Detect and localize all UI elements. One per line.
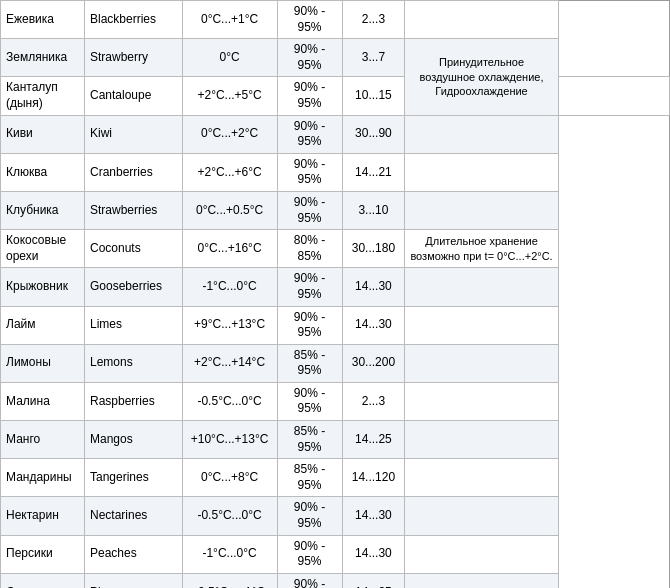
temperature: -0.5°C...+1°C bbox=[182, 573, 277, 588]
russian-name: Клюква bbox=[1, 153, 85, 191]
table-row: МангоMangos+10°C...+13°C85% - 95%14...25 bbox=[1, 421, 670, 459]
russian-name: Ежевика bbox=[1, 1, 85, 39]
temperature: 0°C...+0.5°C bbox=[182, 191, 277, 229]
storage-days: 2...3 bbox=[342, 382, 405, 420]
storage-days: 14...25 bbox=[342, 421, 405, 459]
humidity: 90% - 95% bbox=[277, 39, 342, 77]
english-name: Peaches bbox=[84, 535, 182, 573]
english-name: Kiwi bbox=[84, 115, 182, 153]
russian-name: Земляника bbox=[1, 39, 85, 77]
storage-days: 2...3 bbox=[342, 1, 405, 39]
storage-days: 14...35 bbox=[342, 573, 405, 588]
storage-notes bbox=[405, 153, 558, 191]
storage-days: 30...90 bbox=[342, 115, 405, 153]
table-row: ЗемляникаStrawberry0°C90% - 95%3...7Прин… bbox=[1, 39, 670, 77]
storage-notes bbox=[405, 573, 558, 588]
storage-days: 14...21 bbox=[342, 153, 405, 191]
russian-name: Киви bbox=[1, 115, 85, 153]
humidity: 90% - 95% bbox=[277, 535, 342, 573]
storage-days: 14...30 bbox=[342, 535, 405, 573]
storage-days: 14...120 bbox=[342, 459, 405, 497]
humidity: 80% - 85% bbox=[277, 230, 342, 268]
english-name: Gooseberries bbox=[84, 268, 182, 306]
english-name: Tangerines bbox=[84, 459, 182, 497]
russian-name: Лимоны bbox=[1, 344, 85, 382]
english-name: Cantaloupe bbox=[84, 77, 182, 115]
storage-notes bbox=[405, 382, 558, 420]
english-name: Limes bbox=[84, 306, 182, 344]
temperature: +2°C...+14°C bbox=[182, 344, 277, 382]
storage-notes bbox=[405, 115, 558, 153]
table-row: КивиKiwi0°C...+2°C90% - 95%30...90 bbox=[1, 115, 670, 153]
table-row: Канталуп (дыня)Cantaloupe+2°C...+5°C90% … bbox=[1, 77, 670, 115]
humidity: 90% - 95% bbox=[277, 1, 342, 39]
humidity: 90% - 95% bbox=[277, 497, 342, 535]
table-row: Кокосовые орехиCoconuts0°C...+16°C80% - … bbox=[1, 230, 670, 268]
temperature: -0.5°C...0°C bbox=[182, 497, 277, 535]
storage-notes bbox=[405, 497, 558, 535]
humidity: 90% - 95% bbox=[277, 77, 342, 115]
humidity: 90% - 95% bbox=[277, 382, 342, 420]
english-name: Nectarines bbox=[84, 497, 182, 535]
storage-days: 3...10 bbox=[342, 191, 405, 229]
english-name: Coconuts bbox=[84, 230, 182, 268]
temperature: +10°C...+13°C bbox=[182, 421, 277, 459]
storage-notes: Принудительное воздушное охлаждение, Гид… bbox=[405, 39, 558, 115]
russian-name: Крыжовник bbox=[1, 268, 85, 306]
russian-name: Клубника bbox=[1, 191, 85, 229]
english-name: Strawberries bbox=[84, 191, 182, 229]
english-name: Lemons bbox=[84, 344, 182, 382]
humidity: 85% - 95% bbox=[277, 459, 342, 497]
storage-days: 14...30 bbox=[342, 306, 405, 344]
humidity: 90% - 95% bbox=[277, 191, 342, 229]
humidity: 90% - 95% bbox=[277, 573, 342, 588]
table-row: КрыжовникGooseberries-1°C...0°C90% - 95%… bbox=[1, 268, 670, 306]
table-row: ПерсикиPeaches-1°C...0°C90% - 95%14...30 bbox=[1, 535, 670, 573]
humidity: 85% - 95% bbox=[277, 344, 342, 382]
humidity: 90% - 95% bbox=[277, 153, 342, 191]
storage-days: 30...200 bbox=[342, 344, 405, 382]
table-row: ЛимоныLemons+2°C...+14°C85% - 95%30...20… bbox=[1, 344, 670, 382]
storage-days: 3...7 bbox=[342, 39, 405, 77]
table-row: КлубникаStrawberries0°C...+0.5°C90% - 95… bbox=[1, 191, 670, 229]
storage-notes bbox=[405, 306, 558, 344]
storage-notes bbox=[405, 459, 558, 497]
storage-notes bbox=[405, 1, 558, 39]
english-name: Blackberries bbox=[84, 1, 182, 39]
storage-notes bbox=[558, 77, 669, 115]
english-name: Raspberries bbox=[84, 382, 182, 420]
temperature: +2°C...+6°C bbox=[182, 153, 277, 191]
russian-name: Канталуп (дыня) bbox=[1, 77, 85, 115]
russian-name: Малина bbox=[1, 382, 85, 420]
temperature: -1°C...0°C bbox=[182, 535, 277, 573]
table-row: ЕжевикаBlackberries0°C...+1°C90% - 95%2.… bbox=[1, 1, 670, 39]
temperature: 0°C...+1°C bbox=[182, 1, 277, 39]
storage-notes bbox=[405, 535, 558, 573]
humidity: 85% - 95% bbox=[277, 421, 342, 459]
temperature: +2°C...+5°C bbox=[182, 77, 277, 115]
temperature: 0°C...+8°C bbox=[182, 459, 277, 497]
storage-notes bbox=[405, 268, 558, 306]
table-row: МандариныTangerines0°C...+8°C85% - 95%14… bbox=[1, 459, 670, 497]
table-row: МалинаRaspberries-0.5°C...0°C90% - 95%2.… bbox=[1, 382, 670, 420]
temperature: +9°C...+13°C bbox=[182, 306, 277, 344]
storage-days: 14...30 bbox=[342, 268, 405, 306]
english-name: Mangos bbox=[84, 421, 182, 459]
english-name: Cranberries bbox=[84, 153, 182, 191]
table-row: ЛаймLimes+9°C...+13°C90% - 95%14...30 bbox=[1, 306, 670, 344]
temperature: 0°C bbox=[182, 39, 277, 77]
russian-name: Кокосовые орехи bbox=[1, 230, 85, 268]
russian-name: Слива bbox=[1, 573, 85, 588]
temperature: -1°C...0°C bbox=[182, 268, 277, 306]
temperature: -0.5°C...0°C bbox=[182, 382, 277, 420]
russian-name: Персики bbox=[1, 535, 85, 573]
storage-notes bbox=[405, 344, 558, 382]
storage-days: 10...15 bbox=[342, 77, 405, 115]
temperature: 0°C...+16°C bbox=[182, 230, 277, 268]
russian-name: Мандарины bbox=[1, 459, 85, 497]
storage-notes bbox=[405, 421, 558, 459]
humidity: 90% - 95% bbox=[277, 115, 342, 153]
storage-notes bbox=[405, 191, 558, 229]
english-name: Plums bbox=[84, 573, 182, 588]
english-name: Strawberry bbox=[84, 39, 182, 77]
